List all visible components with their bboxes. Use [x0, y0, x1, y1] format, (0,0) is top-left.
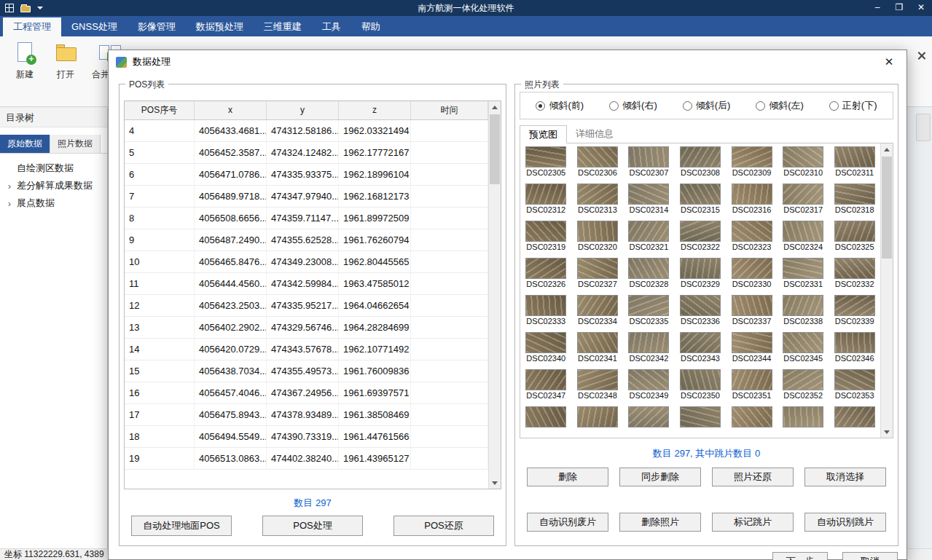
- photo-item[interactable]: DSC02315: [675, 181, 727, 218]
- tree-item[interactable]: ›差分解算成果数据: [0, 177, 107, 194]
- sidebar-tab[interactable]: 原始数据: [0, 135, 50, 153]
- pos-column-header[interactable]: y: [267, 101, 339, 119]
- photo-action-button[interactable]: 自动识别废片: [527, 513, 608, 532]
- tree-item[interactable]: 自绘测区数据: [0, 159, 107, 177]
- pos-row[interactable]: 144056420.0729...474343.57678...1962.107…: [125, 339, 488, 360]
- pos-row[interactable]: 104056465.8476...474349.23008...1962.804…: [125, 251, 488, 273]
- photo-thumbnail[interactable]: [680, 184, 721, 205]
- photo-item[interactable]: DSC02342: [623, 329, 675, 366]
- pos-row[interactable]: 194056513.0863...474402.38240...1961.439…: [125, 448, 488, 470]
- toolbar-button[interactable]: 新建: [10, 42, 39, 81]
- photo-item[interactable]: DSC02329: [675, 255, 727, 292]
- pos-row[interactable]: 94056487.2490...474355.62528...1961.7626…: [125, 229, 488, 251]
- photo-item[interactable]: DSC02319: [520, 218, 572, 255]
- photo-thumbnail[interactable]: [783, 146, 823, 167]
- photo-orientation-radio[interactable]: 倾斜(左): [756, 99, 804, 112]
- toolbar-button[interactable]: 打开: [51, 42, 80, 81]
- photo-item[interactable]: DSC02320: [572, 218, 624, 255]
- photo-thumbnail[interactable]: [525, 258, 566, 279]
- photo-item[interactable]: DSC02343: [675, 329, 727, 366]
- photo-item[interactable]: DSC02324: [778, 218, 829, 255]
- photo-action-button[interactable]: 删除照片: [619, 513, 701, 532]
- ribbon-tab[interactable]: GNSS处理: [61, 17, 128, 36]
- ribbon-tab[interactable]: 影像管理: [128, 17, 186, 36]
- photo-item[interactable]: DSC02318: [829, 181, 880, 218]
- photo-item[interactable]: DSC02350: [675, 366, 727, 403]
- photo-thumbnail[interactable]: [628, 369, 669, 390]
- sidebar-tab[interactable]: 照片数据: [50, 135, 101, 153]
- close-icon[interactable]: [917, 52, 925, 60]
- photo-thumbnail[interactable]: [680, 221, 721, 242]
- pos-row[interactable]: 44056433.4681...474312.58186...1962.0332…: [125, 120, 488, 142]
- pos-row[interactable]: 74056489.9718...474347.97940...1962.1681…: [125, 186, 488, 208]
- pos-row[interactable]: 184056494.5549...474390.73319...1961.447…: [125, 426, 488, 448]
- photo-item[interactable]: [675, 403, 727, 438]
- scroll-up-icon[interactable]: [881, 143, 893, 155]
- scroll-down-icon[interactable]: [489, 477, 501, 489]
- photo-thumbnail[interactable]: [834, 146, 875, 167]
- photo-grid-scrollbar[interactable]: [880, 143, 893, 438]
- maximize-button[interactable]: ❐: [888, 0, 910, 16]
- photo-item[interactable]: DSC02351: [726, 366, 778, 403]
- pos-row[interactable]: 64056471.0786...474335.93375...1962.1899…: [125, 164, 488, 186]
- photo-item[interactable]: DSC02341: [572, 329, 624, 366]
- side-panel-handle[interactable]: [916, 114, 931, 141]
- photo-orientation-radio[interactable]: 倾斜(前): [536, 99, 584, 112]
- photo-thumbnail[interactable]: [834, 221, 875, 242]
- ribbon-tab[interactable]: 数据预处理: [186, 17, 254, 36]
- photo-thumbnail[interactable]: [732, 332, 772, 353]
- photo-thumbnail[interactable]: [577, 258, 618, 279]
- pos-row[interactable]: 164056457.4046...474367.24956...1961.693…: [125, 382, 488, 404]
- photo-item[interactable]: DSC02310: [778, 143, 829, 181]
- photo-item[interactable]: [778, 403, 829, 438]
- ribbon-tab[interactable]: 工具: [312, 17, 351, 36]
- photo-item[interactable]: [520, 403, 572, 438]
- photo-item[interactable]: DSC02309: [726, 143, 778, 181]
- pos-column-header[interactable]: POS序号: [125, 101, 195, 119]
- photo-thumbnail[interactable]: [628, 258, 669, 279]
- scroll-up-icon[interactable]: [489, 101, 501, 113]
- photo-thumbnail[interactable]: [628, 146, 669, 167]
- photo-item[interactable]: DSC02306: [572, 143, 624, 181]
- close-button[interactable]: ✕: [910, 0, 932, 16]
- pos-row[interactable]: 124056423.2503...474335.95217...1964.046…: [125, 295, 488, 317]
- photo-item[interactable]: DSC02345: [778, 329, 829, 366]
- photo-item[interactable]: DSC02326: [520, 255, 572, 292]
- photo-thumbnail[interactable]: [628, 332, 669, 353]
- photo-item[interactable]: DSC02348: [572, 366, 624, 403]
- photo-item[interactable]: DSC02352: [778, 366, 829, 403]
- photo-thumbnail[interactable]: [577, 406, 618, 427]
- photo-thumbnail[interactable]: [525, 146, 566, 167]
- photo-thumbnail[interactable]: [628, 184, 669, 205]
- photo-thumbnail[interactable]: [732, 221, 772, 242]
- photo-thumbnail[interactable]: [834, 258, 875, 279]
- photo-item[interactable]: DSC02340: [520, 329, 572, 366]
- tree-item[interactable]: ›展点数据: [0, 194, 107, 212]
- photo-thumbnail[interactable]: [577, 146, 618, 167]
- photo-item[interactable]: [572, 403, 624, 438]
- photo-thumbnail[interactable]: [577, 221, 618, 242]
- photo-item[interactable]: DSC02335: [623, 292, 675, 329]
- photo-item[interactable]: DSC02321: [623, 218, 675, 255]
- photo-thumbnail[interactable]: [680, 406, 721, 427]
- photo-thumbnail[interactable]: [783, 184, 823, 205]
- photo-thumbnail[interactable]: [680, 295, 721, 316]
- minimize-button[interactable]: –: [866, 0, 888, 16]
- photo-action-button[interactable]: 删除: [527, 468, 608, 486]
- pos-table-scrollbar[interactable]: [488, 101, 501, 489]
- photo-item[interactable]: DSC02307: [623, 143, 675, 181]
- expander-icon[interactable]: ›: [6, 198, 13, 209]
- photo-action-button[interactable]: 同步删除: [619, 468, 701, 486]
- pos-action-button[interactable]: POS还原: [393, 516, 494, 536]
- photo-thumbnail[interactable]: [628, 295, 669, 316]
- photo-thumbnail[interactable]: [525, 221, 566, 242]
- photo-thumbnail[interactable]: [834, 406, 875, 427]
- photo-item[interactable]: DSC02312: [520, 181, 572, 218]
- scrollbar-thumb[interactable]: [490, 114, 500, 184]
- photo-item[interactable]: DSC02325: [829, 218, 880, 255]
- pos-column-header[interactable]: z: [339, 101, 411, 119]
- photo-thumbnail[interactable]: [732, 258, 772, 279]
- photo-thumbnail[interactable]: [680, 369, 721, 390]
- photo-item[interactable]: DSC02353: [829, 366, 880, 403]
- photo-item[interactable]: DSC02308: [675, 143, 727, 181]
